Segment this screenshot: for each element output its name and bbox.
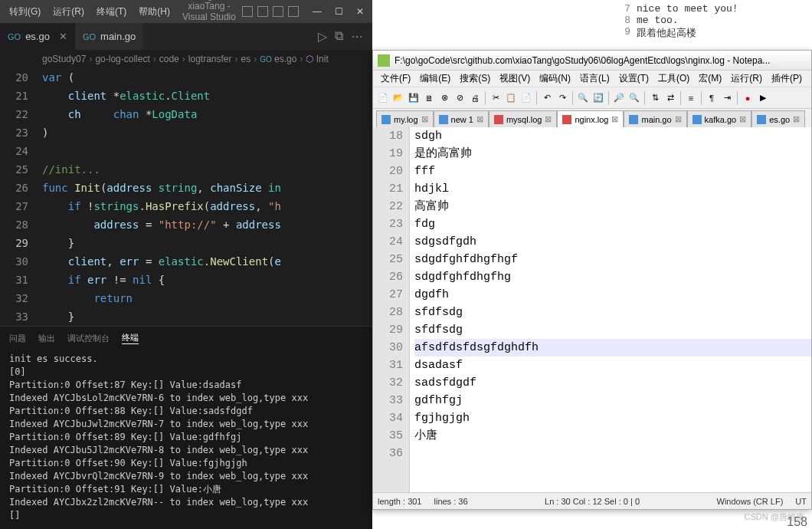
file-tab[interactable]: kafka.go ⊠ xyxy=(687,110,752,127)
file-tab[interactable]: new 1 ⊠ xyxy=(434,110,489,127)
menu-item[interactable]: 编码(N) xyxy=(535,72,575,85)
text-line[interactable]: afsdfdsfdsgfdghdfh xyxy=(414,339,811,356)
notepadpp-icon xyxy=(378,54,390,67)
text-line[interactable]: fff xyxy=(414,163,811,180)
menu-item[interactable]: 运行(R) xyxy=(47,6,90,17)
code-editor[interactable]: 2021222324252627282930313233 var ( clien… xyxy=(0,68,372,326)
menu-item[interactable]: 视图(V) xyxy=(495,72,535,85)
run-icon[interactable]: ▷ xyxy=(318,29,327,44)
close-icon[interactable]: ⊠ xyxy=(675,114,682,124)
text-line[interactable]: sdgdfghfdhgfhgf xyxy=(414,251,811,268)
text-line[interactable] xyxy=(414,445,811,462)
breadcrumb-item[interactable]: es xyxy=(241,54,251,64)
panel-tab[interactable]: 问题 xyxy=(9,333,26,344)
save-icon[interactable]: 💾 xyxy=(407,91,421,105)
panel-tab[interactable]: 调试控制台 xyxy=(67,333,110,344)
menu-item[interactable]: 终端(T) xyxy=(90,6,133,17)
file-tab[interactable]: mysql.log ⊠ xyxy=(489,110,557,127)
text-line[interactable]: sfdfsdg xyxy=(414,321,811,339)
close-file-icon[interactable]: ⊗ xyxy=(437,91,451,105)
panel-tab[interactable]: 终端 xyxy=(122,332,139,344)
split-icon[interactable]: ⧉ xyxy=(335,29,343,44)
save-all-icon[interactable]: 🗎 xyxy=(422,91,436,105)
file-tab[interactable]: main.go ⊠ xyxy=(624,110,686,127)
menu-item[interactable]: 文件(F) xyxy=(376,72,415,85)
menu-item[interactable]: 设置(T) xyxy=(614,72,653,85)
menu-item[interactable]: 宏(M) xyxy=(694,72,726,85)
close-button[interactable]: ✕ xyxy=(351,6,369,17)
show-all-icon[interactable]: ¶ xyxy=(705,91,719,105)
wordwrap-icon[interactable]: ≡ xyxy=(684,91,698,105)
more-icon[interactable]: ⋯ xyxy=(351,29,363,44)
text-line[interactable]: 是的高富帅 xyxy=(414,145,811,163)
file-tab[interactable]: nginx.log ⊠ xyxy=(557,110,624,127)
sync-v-icon[interactable]: ⇅ xyxy=(648,91,662,105)
maximize-button[interactable]: ☐ xyxy=(329,6,348,17)
text-line[interactable]: sdgsdfgdh xyxy=(414,233,811,251)
zoom-out-icon[interactable]: 🔍 xyxy=(627,91,641,105)
file-tab-label: mysql.log xyxy=(506,115,542,124)
zoom-in-icon[interactable]: 🔎 xyxy=(612,91,626,105)
close-icon[interactable]: ⊠ xyxy=(611,114,618,124)
print-icon[interactable]: 🖨 xyxy=(468,91,482,105)
text-line[interactable]: sfdfsdg xyxy=(414,304,811,321)
file-tab[interactable]: es.go ⊠ xyxy=(751,110,805,127)
panel-tab[interactable]: 输出 xyxy=(38,333,55,344)
text-line[interactable]: 小唐 xyxy=(414,427,811,445)
cut-icon[interactable]: ✂ xyxy=(489,91,503,105)
terminal-output[interactable]: init es success. [0] Partition:0 Offset:… xyxy=(0,350,372,525)
menu-item[interactable]: 转到(G) xyxy=(3,6,47,17)
text-line[interactable]: gdfhfgj xyxy=(414,392,811,409)
close-all-icon[interactable]: ⊘ xyxy=(453,91,467,105)
undo-icon[interactable]: ↶ xyxy=(540,91,554,105)
breadcrumb[interactable]: goStudy07›go-log-collect›code›logtransfe… xyxy=(0,50,372,68)
npp-title-text: F:\go\goCode\src\github.com\xiaoTang\goS… xyxy=(395,55,770,66)
breadcrumb-item[interactable]: ⬡ Init xyxy=(306,54,328,64)
copy-icon[interactable]: 📋 xyxy=(504,91,518,105)
text-line[interactable]: sadsfdgdf xyxy=(414,374,811,392)
new-file-icon[interactable]: 📄 xyxy=(376,91,390,105)
close-icon[interactable]: ⊠ xyxy=(793,114,800,124)
close-icon[interactable]: ⊠ xyxy=(421,114,428,124)
breadcrumb-item[interactable]: goStudy07 xyxy=(42,54,86,64)
editor-tab[interactable]: GO es.go ✕ xyxy=(0,23,75,50)
text-line[interactable]: dgdfh xyxy=(414,286,811,304)
redo-icon[interactable]: ↷ xyxy=(555,91,569,105)
go-file-icon: GO xyxy=(83,32,96,41)
breadcrumb-item[interactable]: code xyxy=(159,54,179,64)
editor-tab[interactable]: GO main.go xyxy=(75,23,143,50)
menu-item[interactable]: 帮助(H) xyxy=(133,6,176,17)
text-line[interactable]: dsadasf xyxy=(414,356,811,374)
breadcrumb-item[interactable]: GO es.go xyxy=(260,54,296,64)
text-line[interactable]: fdg xyxy=(414,215,811,233)
menu-item[interactable]: 语言(L) xyxy=(575,72,614,85)
indent-icon[interactable]: ⇥ xyxy=(720,91,734,105)
open-file-icon[interactable]: 📂 xyxy=(391,91,405,105)
close-icon[interactable]: ✕ xyxy=(59,31,67,42)
text-line[interactable]: sdgdfghfdhgfhg xyxy=(414,268,811,286)
close-icon[interactable]: ⊠ xyxy=(476,114,483,124)
play-icon[interactable]: ▶ xyxy=(756,91,770,105)
menu-item[interactable]: 编辑(E) xyxy=(415,72,455,85)
replace-icon[interactable]: 🔄 xyxy=(591,91,605,105)
breadcrumb-item[interactable]: go-log-collect xyxy=(95,54,149,64)
sync-h-icon[interactable]: ⇄ xyxy=(663,91,677,105)
menu-item[interactable]: 工具(O) xyxy=(653,72,694,85)
text-line[interactable]: sdgh xyxy=(414,127,811,145)
file-tab[interactable]: my.log ⊠ xyxy=(376,110,434,127)
text-line[interactable]: 高富帅 xyxy=(414,198,811,215)
close-icon[interactable]: ⊠ xyxy=(545,114,552,124)
find-icon[interactable]: 🔍 xyxy=(576,91,590,105)
minimize-button[interactable]: — xyxy=(308,6,326,17)
npp-editor[interactable]: 18192021222324252627282930313233343536 s… xyxy=(373,127,811,492)
menu-item[interactable]: 插件(P) xyxy=(767,72,807,85)
editor-layout-icons[interactable] xyxy=(242,6,299,17)
breadcrumb-item[interactable]: logtransfer xyxy=(188,54,232,64)
text-line[interactable]: fgjhgjgh xyxy=(414,409,811,427)
record-icon[interactable]: ● xyxy=(741,91,755,105)
text-line[interactable]: hdjkl xyxy=(414,180,811,198)
menu-item[interactable]: 搜索(S) xyxy=(455,72,495,85)
close-icon[interactable]: ⊠ xyxy=(739,114,746,124)
menu-item[interactable]: 运行(R) xyxy=(726,72,767,85)
paste-icon[interactable]: 📄 xyxy=(519,91,533,105)
